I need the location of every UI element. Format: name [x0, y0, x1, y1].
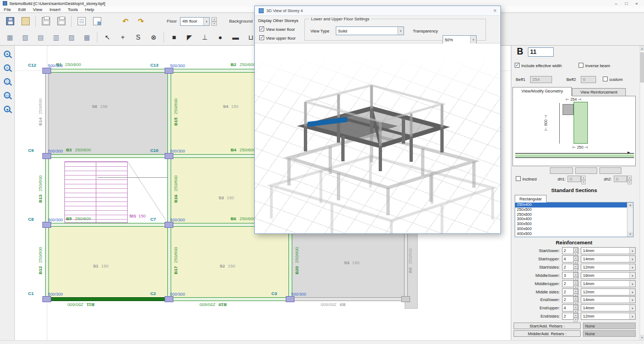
export-button[interactable]	[18, 15, 32, 28]
menu-edit[interactable]: Edit	[18, 7, 26, 12]
spline-tool-button[interactable]: S	[131, 31, 145, 44]
spinner-arrows[interactable]: ▴▾	[573, 297, 578, 303]
section-option[interactable]: 250x600	[515, 212, 633, 217]
spinner-arrows[interactable]: ▴▾	[573, 272, 578, 279]
dh2-field[interactable]: 0	[614, 176, 627, 182]
slab-s1[interactable]	[47, 225, 169, 299]
insert-wall-button[interactable]: ▬	[228, 31, 243, 44]
spinner-down-icon[interactable]: ▾	[211, 21, 217, 26]
custom-checkbox[interactable]: custom	[603, 77, 623, 82]
reinf-count-spinner[interactable]: 3▴▾	[562, 272, 578, 279]
reinf-count-spinner[interactable]: 2▴▾	[562, 296, 578, 303]
beam-b1[interactable]	[47, 69, 169, 73]
spinner-arrows[interactable]: ▴▾	[573, 264, 578, 270]
storey-tool-button-3[interactable]: ▤	[34, 31, 48, 44]
scroll-thumb[interactable]	[640, 52, 644, 83]
beam-b16[interactable]	[167, 156, 171, 225]
spinner-down-icon[interactable]: ▾	[581, 180, 586, 184]
column-c2[interactable]	[165, 296, 173, 302]
spinner-arrows[interactable]: ▴▾	[573, 248, 578, 254]
spinner-down-icon[interactable]: ▾	[627, 180, 632, 184]
column-c1[interactable]	[42, 296, 51, 302]
reinf-count-spinner[interactable]: 2▴▾	[562, 313, 578, 320]
tab-view-reinforcement[interactable]: View Reinforcement	[572, 88, 626, 96]
floor-spinner[interactable]: ▴▾	[211, 17, 217, 26]
insert-column-button[interactable]: ■	[167, 31, 181, 44]
reinf-size-select[interactable]: 14mm▾	[581, 280, 636, 287]
view-upper-floor-checkbox[interactable]: View upper floor	[259, 35, 296, 41]
insert-circular-column-button[interactable]: ●	[213, 31, 227, 44]
zoom-out-button[interactable]: −	[1, 62, 13, 73]
spinner-up-icon[interactable]: ▴	[574, 289, 578, 293]
beam-b15[interactable]	[167, 70, 171, 156]
spinner-up-icon[interactable]: ▴	[574, 281, 578, 285]
spinner-arrows[interactable]: ▴▾	[573, 313, 578, 319]
column-c9[interactable]	[42, 153, 51, 159]
menu-tools[interactable]: Tools	[68, 7, 78, 12]
menu-file[interactable]: File	[4, 7, 11, 12]
spinner-up-icon[interactable]: ▴	[574, 297, 578, 301]
redo-button[interactable]: ↷	[134, 15, 148, 28]
dialog-title-bar[interactable]: 3D View of Storey 4 ×	[255, 6, 500, 16]
column-c7[interactable]	[165, 222, 173, 228]
start-add-rebars-button[interactable]: Start/Add. Rebars :	[514, 323, 581, 329]
report-button[interactable]	[90, 15, 104, 28]
reinf-size-select[interactable]: 14mm▾	[581, 255, 636, 263]
reinf-size-select[interactable]: 12mm▾	[581, 313, 636, 320]
inverse-beam-checkbox[interactable]: Inverse beam	[578, 63, 610, 68]
storey-tool-button-4[interactable]: ▥	[49, 31, 63, 44]
close-button[interactable]: ×	[635, 1, 638, 6]
beam-b10[interactable]	[169, 297, 290, 301]
column-c8[interactable]	[42, 222, 51, 228]
save-button[interactable]	[3, 15, 17, 28]
beam-b9-background[interactable]	[290, 297, 406, 301]
reinf-size-select[interactable]: 14mm▾	[581, 296, 636, 303]
tab-rectangular[interactable]: Rectangular	[515, 195, 547, 203]
section-option[interactable]: 300x500	[515, 222, 633, 227]
insert-t-column-button[interactable]: ⊥	[198, 31, 212, 44]
slab-s6-background[interactable]	[47, 70, 169, 156]
scroll-up-icon[interactable]: ▴	[640, 46, 644, 51]
beff1-field[interactable]: 254	[530, 76, 552, 83]
spinner-up-icon[interactable]: ▴	[627, 176, 632, 180]
beam-number-field[interactable]: 11	[528, 47, 554, 57]
select-tool-button[interactable]: ↖	[100, 31, 114, 44]
maximize-button[interactable]: □	[625, 1, 627, 6]
menu-help[interactable]: Help	[85, 7, 94, 12]
menu-view[interactable]: View	[33, 7, 42, 12]
beam-b3[interactable]	[47, 154, 169, 158]
slab-s2[interactable]	[169, 225, 290, 299]
spinner-arrows[interactable]: ▴▾	[573, 281, 578, 287]
tab-view-modify-geometry[interactable]: View/Modify Geometry	[512, 87, 572, 96]
reinf-size-select[interactable]: 16mm▾	[581, 272, 636, 279]
beam-b11-selected[interactable]	[47, 297, 169, 301]
reinf-count-spinner[interactable]: 2▴▾	[562, 280, 578, 287]
column-c12[interactable]	[42, 68, 51, 74]
spinner-up-icon[interactable]: ▴	[581, 176, 586, 180]
storey-tool-button-5[interactable]: ▨	[64, 31, 79, 44]
scroll-down-icon[interactable]: ▾	[640, 335, 644, 340]
scroll-down-icon[interactable]: ▾	[627, 232, 633, 237]
geometry-field-3[interactable]	[599, 167, 621, 174]
reinf-size-select[interactable]: 14mm▾	[581, 247, 636, 254]
copy-image-button[interactable]	[74, 15, 89, 28]
inclined-checkbox[interactable]: Inclined	[516, 176, 537, 182]
floor-select[interactable]: 4th floor ▾	[180, 17, 210, 26]
3d-viewport[interactable]	[255, 43, 500, 233]
reinf-size-select[interactable]: 12mm▾	[581, 264, 636, 271]
spinner-down-icon[interactable]: ▾	[574, 318, 578, 322]
sections-scrollbar[interactable]: ▴ ▾	[627, 203, 633, 237]
reinf-count-spinner[interactable]: 2▴▾	[562, 264, 578, 271]
beam-b12[interactable]	[45, 225, 49, 299]
view-lower-floor-checkbox[interactable]: View lower floor	[259, 26, 295, 32]
spinner-up-icon[interactable]: ▴	[211, 17, 217, 21]
section-option-selected[interactable]: 250x400	[515, 203, 633, 208]
transparency-select[interactable]: 50% ▾	[443, 35, 477, 44]
zoom-in-button[interactable]: +	[1, 48, 13, 59]
spinner-up-icon[interactable]: ▴	[574, 256, 578, 260]
dh1-spinner[interactable]: ▴▾	[581, 176, 586, 182]
print-preview-button[interactable]	[54, 15, 68, 28]
spinner-up-icon[interactable]: ▴	[574, 305, 578, 309]
undo-button[interactable]: ↶	[118, 15, 133, 28]
standard-sections-list[interactable]: 250x400 250x500 250x600 300x400 300x500 …	[515, 202, 634, 237]
